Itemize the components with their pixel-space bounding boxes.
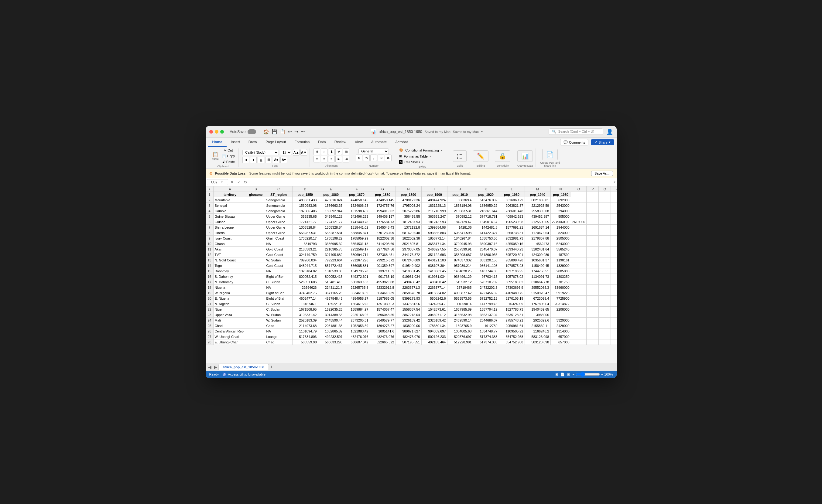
col-header-N[interactable]: N xyxy=(550,186,571,192)
row-number-12[interactable]: 12 xyxy=(206,252,213,257)
cell-18-5[interactable]: 22265735.8 xyxy=(344,285,370,290)
row-number-23[interactable]: 23 xyxy=(206,312,213,318)
cell-13-9[interactable]: 874337.332 xyxy=(447,257,473,263)
cell-27-3[interactable]: 517534.806 xyxy=(292,334,318,339)
cell-empty-12-3[interactable] xyxy=(611,252,616,257)
percent-button[interactable]: % xyxy=(363,155,370,161)
row-number-10[interactable]: 10 xyxy=(206,241,213,247)
cell-24-12[interactable]: 2925629.6 xyxy=(525,318,550,323)
cell-6-8[interactable]: 1812437.93 xyxy=(421,219,447,225)
cell-empty-25-1[interactable] xyxy=(586,323,599,329)
cell-15-7[interactable]: 1410381.45 xyxy=(396,268,421,274)
row-number-19[interactable]: 19 xyxy=(206,290,213,296)
cell-empty-21-0[interactable] xyxy=(571,301,586,307)
cell-empty-19-2[interactable] xyxy=(599,290,611,296)
cell-21-3[interactable]: 1346746.1 xyxy=(292,301,318,307)
cell-18-3[interactable]: 22694626 xyxy=(292,285,318,290)
cell-27-11[interactable]: 554752.958 xyxy=(499,334,525,339)
page-break-button[interactable]: ⊟ xyxy=(567,373,570,376)
cell-G1[interactable]: pop_1880 xyxy=(370,192,396,197)
cell-7-10[interactable]: 1442481.8 xyxy=(473,225,499,230)
cell-6-10[interactable]: 1849014.67 xyxy=(473,219,499,225)
cell-17-8[interactable]: 490450.42 xyxy=(421,279,447,285)
cell-10-7[interactable]: 3521807.81 xyxy=(396,241,421,247)
cell-26-12[interactable]: 1166246.2 xyxy=(525,329,550,334)
cell-25-6[interactable]: 1894276.27 xyxy=(370,323,396,329)
row-number-6[interactable]: 6 xyxy=(206,219,213,225)
cell-5-1[interactable] xyxy=(247,214,265,219)
cell-14-1[interactable] xyxy=(247,263,265,268)
cell-2-8[interactable]: 488474.924 xyxy=(421,197,447,203)
cell-22-9[interactable]: 1637985.89 xyxy=(447,307,473,312)
cell-19-8[interactable]: 4015834.02 xyxy=(421,290,447,296)
cell-23-6[interactable]: 2896048.55 xyxy=(370,312,396,318)
cell-5-9[interactable]: 370992.12 xyxy=(447,214,473,219)
cell-6-5[interactable]: 1741440.78 xyxy=(344,219,370,225)
cell-25-1[interactable] xyxy=(247,323,265,329)
cell-empty-11-0[interactable] xyxy=(571,247,586,252)
cell-16-10[interactable]: 967034.16 xyxy=(473,274,499,279)
cell-17-7[interactable]: 490450.42 xyxy=(396,279,421,285)
cell-8-2[interactable]: Upper Guine xyxy=(265,230,292,236)
cell-28-1[interactable] xyxy=(247,339,265,345)
comma-button[interactable]: , xyxy=(370,155,377,161)
cell-11-1[interactable] xyxy=(247,247,265,252)
cell-15-3[interactable]: 1326104.02 xyxy=(292,268,318,274)
cell-empty-26-1[interactable] xyxy=(586,329,599,334)
cell-23-9[interactable]: 3136532.98 xyxy=(447,312,473,318)
cell-28-11[interactable]: 554752.958 xyxy=(499,339,525,345)
cell-6-9[interactable]: 1842129.47 xyxy=(447,219,473,225)
cell-2-2[interactable]: Senegambia xyxy=(265,197,292,203)
tab-automate[interactable]: Automate xyxy=(367,138,391,147)
cell-12-10[interactable]: 361806.936 xyxy=(473,252,499,257)
cell-28-10[interactable]: 517374.383 xyxy=(473,339,499,345)
cell-17-11[interactable]: 569518.932 xyxy=(499,279,525,285)
cell-empty-12-2[interactable] xyxy=(599,252,611,257)
cell-empty-14-0[interactable] xyxy=(571,263,586,268)
cell-22-13[interactable]: 2208000 xyxy=(550,307,571,312)
cell-8-12[interactable]: 717047.064 xyxy=(525,230,550,236)
cell-12-8[interactable]: 351122.693 xyxy=(421,252,447,257)
cell-22-3[interactable]: 1671508.95 xyxy=(292,307,318,312)
normal-view-button[interactable]: ⊞ xyxy=(555,373,558,376)
cell-19-13[interactable]: 5919228 xyxy=(550,290,571,296)
cell-empty-9-2[interactable] xyxy=(599,236,611,241)
cell-23-7[interactable]: 2867218.04 xyxy=(396,312,421,318)
cell-empty-28-0[interactable] xyxy=(571,339,586,345)
row-number-18[interactable]: 18 xyxy=(206,285,213,290)
cell-3-3[interactable]: 1560983.08 xyxy=(292,203,318,208)
cell-empty-23-4[interactable] xyxy=(611,312,616,318)
cell-21-11[interactable]: 16324099 xyxy=(499,301,525,307)
cell-empty-10-3[interactable] xyxy=(611,241,616,247)
cell-15-6[interactable]: 1397115.2 xyxy=(370,268,396,274)
cell-10-1[interactable] xyxy=(247,241,265,247)
cell-14-11[interactable]: 1078575.93 xyxy=(499,263,525,268)
cell-empty-10-2[interactable] xyxy=(599,241,611,247)
cell-15-13[interactable]: 2005000 xyxy=(550,268,571,274)
cell-17-2[interactable]: C. Sudan xyxy=(265,279,292,285)
cell-22-12[interactable]: 1940459.65 xyxy=(525,307,550,312)
cell-empty-28-1[interactable] xyxy=(586,339,599,345)
cell-16-1[interactable] xyxy=(247,274,265,279)
cell-20-0[interactable]: E. Nigeria xyxy=(213,296,247,301)
cell-empty-22-3[interactable] xyxy=(611,307,616,312)
tab-next-button[interactable]: ▶ xyxy=(213,365,219,369)
cell-7-1[interactable] xyxy=(247,225,265,230)
more-icon[interactable]: ••• xyxy=(301,129,305,134)
cell-styles-button[interactable]: 🅰 Cell Styles ▾ xyxy=(398,160,447,165)
cell-empty-23-3[interactable] xyxy=(599,312,611,318)
cell-Q1[interactable] xyxy=(599,192,611,197)
cell-26-7[interactable]: 989671.627 xyxy=(396,329,421,334)
cell-6-6[interactable]: 1776584.73 xyxy=(370,219,396,225)
cell-7-2[interactable]: Upper Guine xyxy=(265,225,292,230)
cell-4-11[interactable]: 238601.448 xyxy=(499,208,525,214)
cell-12-3[interactable]: 324149.759 xyxy=(292,252,318,257)
cell-28-3[interactable]: 583559.98 xyxy=(292,339,318,345)
insert-function-button[interactable]: ƒx xyxy=(243,179,248,185)
cancel-formula-button[interactable]: ✕ xyxy=(229,179,235,185)
cell-4-2[interactable]: Senegambia xyxy=(265,208,292,214)
cell-6-11[interactable]: 1905239.98 xyxy=(499,219,525,225)
cell-4-12[interactable]: 255839.608 xyxy=(525,208,550,214)
number-format-selector[interactable]: General xyxy=(358,148,389,154)
cell-10-8[interactable]: 3658171.34 xyxy=(421,241,447,247)
